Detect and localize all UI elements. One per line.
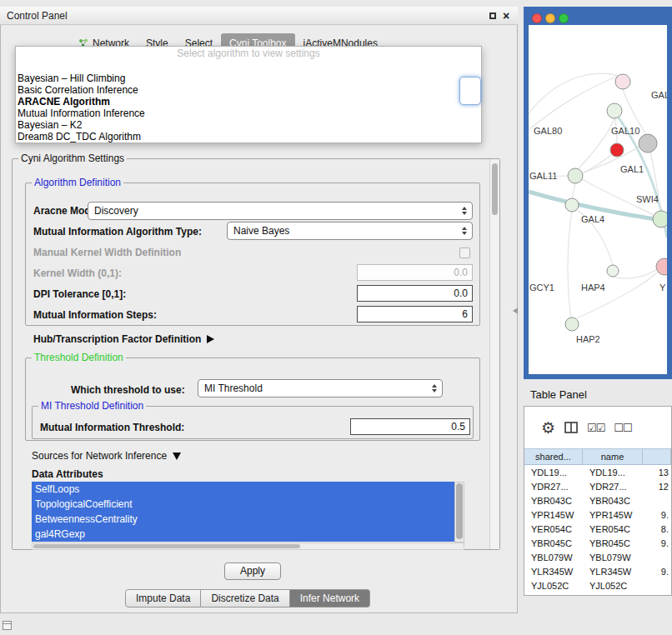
scrollbar-thumb[interactable] — [492, 163, 498, 215]
table-cell: 9. — [643, 510, 671, 520]
network-node[interactable] — [639, 134, 657, 152]
sources-section-toggle[interactable]: Sources for Network Inference — [32, 450, 181, 462]
hub-section-label: Hub/Transcription Factor Definition — [33, 333, 201, 345]
table-row[interactable]: YDL19...YDL19...13 — [524, 465, 671, 479]
network-edge[interactable] — [529, 75, 620, 133]
hub-section-toggle[interactable]: Hub/Transcription Factor Definition — [33, 333, 214, 345]
mi-steps-field[interactable]: 6 — [357, 306, 473, 322]
network-node[interactable] — [565, 318, 579, 331]
attributes-horizontal-scrollbar[interactable] — [32, 542, 464, 550]
table-body: YDL19...YDL19...13YDR27...YDR27...12YBR0… — [524, 465, 671, 592]
panel-divider-handle[interactable] — [513, 308, 518, 314]
node-label: GAL10 — [611, 126, 639, 136]
apply-button[interactable]: Apply — [224, 562, 281, 580]
network-node[interactable] — [607, 103, 622, 118]
data-attributes-list: SelfLoopsTopologicalCoefficientBetweenne… — [32, 482, 454, 542]
table-cell: YER054C — [524, 524, 583, 534]
scrollbar-thumb[interactable] — [456, 483, 463, 539]
close-icon[interactable]: × — [499, 9, 513, 22]
column-layout-icon[interactable] — [564, 422, 578, 433]
network-canvas[interactable]: GALGAL80GAL10GAL11GAL1SWI4GAL4GCY1HAP4YH… — [529, 25, 667, 374]
control-panel-titlebar[interactable]: Control Panel × — [0, 7, 518, 25]
algorithm-option[interactable]: Basic Correlation Inference — [16, 84, 481, 96]
aracne-mode-value: Discovery — [88, 205, 459, 217]
column-header[interactable]: name — [583, 449, 643, 464]
attribute-list-item[interactable]: TopologicalCoefficient — [32, 497, 454, 512]
tab-infer-network[interactable]: Infer Network — [290, 589, 370, 608]
attribute-list-item[interactable]: gal4RGexp — [32, 527, 454, 542]
network-edge[interactable] — [582, 154, 612, 173]
node-label: GAL4 — [581, 214, 604, 224]
which-threshold-select[interactable]: MI Threshold — [198, 379, 443, 398]
zoom-window-icon[interactable] — [559, 13, 569, 23]
scrollbar-thumb[interactable] — [33, 544, 300, 548]
close-window-icon[interactable] — [532, 13, 542, 23]
network-node[interactable] — [653, 211, 667, 228]
algorithm-dropdown-list: Bayesian – Hill ClimbingBasic Correlatio… — [16, 72, 481, 142]
data-attributes-label: Data Attributes — [32, 468, 103, 480]
table-cell: YDR27... — [524, 482, 583, 492]
algorithm-option[interactable]: Bayesian – Hill Climbing — [16, 72, 481, 84]
table-cell: YBR043C — [583, 496, 643, 506]
network-edge[interactable] — [579, 118, 614, 168]
table-row[interactable]: YPR145WYPR145W9. — [524, 508, 671, 522]
dpi-tolerance-field[interactable]: 0.0 — [357, 285, 473, 302]
select-all-columns-icon[interactable]: ☑☑ — [587, 422, 604, 434]
table-cell: YDR27... — [583, 482, 643, 492]
table-cell: YDL19... — [524, 468, 583, 478]
aracne-mode-select[interactable]: Discovery — [88, 202, 473, 220]
network-node[interactable] — [565, 198, 579, 212]
unselect-all-columns-icon[interactable]: ☐☐ — [614, 422, 631, 434]
table-cell: YDL19... — [583, 468, 643, 478]
table-cell: YBR043C — [524, 496, 583, 506]
minimize-window-icon[interactable] — [545, 13, 555, 23]
table-row[interactable]: YBL079WYBL079W — [524, 550, 671, 564]
network-node[interactable] — [610, 143, 624, 157]
network-view-window: GALGAL80GAL10GAL11GAL1SWI4GAL4GCY1HAP4YH… — [524, 7, 672, 379]
attributes-vertical-scrollbar[interactable] — [454, 482, 464, 542]
settings-gear-icon[interactable]: ⚙ — [541, 418, 555, 438]
algorithm-option[interactable]: Mutual Information Inference — [16, 108, 481, 119]
table-row[interactable]: YER054CYER054C8. — [524, 522, 671, 536]
table-row[interactable]: YLR345WYLR345W9. — [524, 564, 671, 578]
mi-algorithm-type-select[interactable]: Naive Bayes — [227, 222, 473, 240]
algorithm-option[interactable]: Dream8 DC_TDC Algorithm — [16, 131, 481, 142]
table-row[interactable]: YDR27...YDR27...12 — [524, 479, 671, 493]
table-cell: YBL079W — [524, 552, 583, 562]
tab-discretize-data[interactable]: Discretize Data — [201, 589, 289, 608]
attribute-list-item[interactable]: SelfLoops — [32, 482, 454, 497]
table-cell: YBL079W — [583, 552, 643, 562]
tab-impute-data[interactable]: Impute Data — [125, 589, 201, 608]
network-node[interactable] — [607, 265, 619, 277]
column-header[interactable]: shared... — [524, 449, 583, 464]
algorithm-option[interactable]: ARACNE Algorithm — [16, 96, 481, 108]
table-cell: YBR045C — [583, 538, 643, 548]
network-edge[interactable] — [613, 269, 657, 278]
attribute-list-item[interactable]: BetweennessCentrality — [32, 512, 454, 527]
network-edge[interactable] — [568, 212, 572, 318]
network-node[interactable] — [656, 258, 667, 275]
float-window-icon[interactable] — [486, 9, 499, 22]
network-edge[interactable] — [572, 183, 575, 198]
network-node[interactable] — [615, 74, 630, 89]
column-header[interactable] — [643, 449, 671, 464]
mi-threshold-definition-title: MI Threshold Definition — [38, 400, 146, 412]
combo-arrows-icon — [459, 227, 472, 235]
chevron-down-icon — [173, 452, 181, 460]
algorithm-option[interactable]: Bayesian – K2 — [16, 119, 481, 131]
settings-scrollbar[interactable] — [489, 159, 499, 549]
table-row[interactable]: YBR045CYBR045C9. — [524, 536, 671, 550]
docked-panel-icon[interactable] — [3, 621, 12, 630]
table-cell: 8. — [643, 524, 671, 534]
table-row[interactable]: YBR043CYBR043C — [524, 493, 671, 508]
bottom-tab-bar: Impute DataDiscretize DataInfer Network — [125, 589, 370, 608]
node-label: GCY1 — [529, 282, 554, 292]
table-cell: YJL052C — [583, 581, 643, 591]
table-row[interactable]: YJL052CYJL052C — [524, 578, 671, 592]
mi-threshold-field[interactable]: 0.5 — [350, 418, 470, 435]
manual-kernel-width-checkbox[interactable] — [459, 248, 470, 258]
algorithm-combo-scrollbar-fragment[interactable] — [459, 77, 481, 105]
table-toolbar: ⚙☑☑☐☐ — [524, 407, 671, 448]
network-edge[interactable] — [577, 272, 657, 318]
network-node[interactable] — [568, 168, 583, 183]
